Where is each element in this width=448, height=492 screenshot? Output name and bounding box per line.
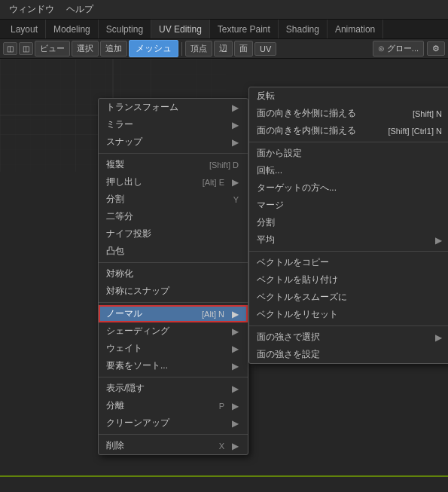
viewport: トランスフォーム ▶ ミラー ▶ スナップ ▶ 複製 [Shift] D 押し出… [0,59,448,492]
menu-item-symmetrize[interactable]: 対称化 [99,265,248,283]
toolbar-icon-2[interactable]: ◫ [19,42,33,55]
toolbar-right: ⊙ グロー... ⚙ [373,41,445,57]
arrow-icon: ▶ [232,384,239,394]
menu-item-mirror[interactable]: ミラー ▶ [99,116,248,133]
separator [99,153,248,154]
arrow-icon: ▶ [232,137,239,148]
uv-button[interactable]: UV [254,42,276,56]
separator [249,251,448,252]
vertex-button[interactable]: 頂点 [185,41,212,57]
menu-item-separate[interactable]: 分離 P ▶ [99,397,248,414]
face-button[interactable]: 面 [234,41,253,57]
submenu-item-reset-vector[interactable]: ベクトルをリセット [249,306,448,323]
tab-uv-editing[interactable]: UV Editing [151,20,210,38]
arrow-icon: ▶ [232,418,239,429]
glow-dropdown[interactable]: ⊙ グロー... [373,41,424,57]
menu-item-delete[interactable]: 削除 X ▶ [99,437,248,454]
separator [249,325,448,326]
view-button[interactable]: ビュー [35,41,70,57]
menu-item-bisect[interactable]: 二等分 [99,208,248,225]
arrow-icon: ▶ [232,120,239,130]
menu-item-weight[interactable]: ウェイト ▶ [99,340,248,357]
toolbar-icon-1[interactable]: ◫ [3,42,17,55]
menu-item-knife-project[interactable]: ナイフ投影 [99,225,248,243]
submenu-item-smooth-vector[interactable]: ベクトルをスムーズに [249,289,448,306]
separator [99,302,248,303]
menu-item-cleanup[interactable]: クリーンアップ ▶ [99,414,248,432]
arrow-icon: ▶ [232,102,239,113]
tab-shading[interactable]: Shading [279,20,328,38]
menu-item-transform[interactable]: トランスフォーム ▶ [99,99,248,116]
submenu-item-paste-vector[interactable]: ベクトルを貼り付け [249,271,448,289]
arrow-icon: ▶ [232,309,239,319]
ground-line [0,475,448,477]
submenu-item-flip[interactable]: 反転 [249,87,448,105]
edge-button[interactable]: 辺 [214,41,233,57]
menu-item-split[interactable]: 分割 Y [99,191,248,208]
submenu-item-average[interactable]: 平均 ▶ [249,231,448,249]
separator [249,142,448,142]
window-menu-item[interactable]: ウィンドウ [3,2,60,17]
submenu-item-copy-vector[interactable]: ベクトルをコピー [249,254,448,271]
workspace-tabs: Layout Modeling Sculpting UV Editing Tex… [0,20,448,39]
normal-submenu: 反転 面の向きを外側に揃える [Shift] N 面の向きを内側に揃える [Sh… [248,87,448,364]
submenu-item-set-from-faces[interactable]: 面から設定 [249,145,448,162]
menu-item-duplicate[interactable]: 複製 [Shift] D [99,156,248,173]
arrow-icon: ▶ [232,401,239,411]
menu-item-show-hide[interactable]: 表示/隠す ▶ [99,380,248,397]
submenu-item-set-strength[interactable]: 面の強さを設定 [249,346,448,363]
separator [99,262,248,263]
separator [99,434,248,435]
tab-sculpting[interactable]: Sculpting [99,20,151,38]
submenu-item-recalc-inside[interactable]: 面の向きを内側に揃える [Shift] [Ctrl1] N [249,122,448,139]
select-button[interactable]: 選択 [72,41,99,57]
mesh-dropdown-menu: トランスフォーム ▶ ミラー ▶ スナップ ▶ 複製 [Shift] D 押し出… [98,98,248,455]
menu-item-normal[interactable]: ノーマル [Alt] N ▶ 反転 面の向きを外側に揃える [Shift] N [99,305,248,322]
menu-item-snap-symmetry[interactable]: 対称にスナップ [99,283,248,300]
submenu-item-recalc-outside[interactable]: 面の向きを外側に揃える [Shift] N [249,105,448,122]
arrow-icon: ▶ [232,177,239,188]
menu-item-snap[interactable]: スナップ ▶ [99,133,248,151]
tab-texture-paint[interactable]: Texture Paint [210,20,279,38]
separator-1 [181,42,182,56]
submenu-item-select-by-strength[interactable]: 面の強さで選択 ▶ [249,329,448,346]
menu-item-sort-elements[interactable]: 要素をソート... ▶ [99,357,248,374]
add-button[interactable]: 追加 [100,41,127,57]
tab-modeling[interactable]: Modeling [46,20,99,38]
arrow-icon: ▶ [232,361,239,371]
arrow-icon: ▶ [232,326,239,337]
arrow-icon: ▶ [232,344,239,354]
viewport-toolbar: ◫ ◫ ビュー 選択 追加 メッシュ 頂点 辺 面 UV ⊙ グロー... ⚙ [0,39,448,59]
top-menubar: ウィンドウ ヘルプ [0,0,448,20]
submenu-item-merge[interactable]: マージ [249,197,448,214]
submenu-item-point-to-target[interactable]: ターゲットの方へ... [249,179,448,197]
arrow-icon: ▶ [435,235,442,246]
settings-btn[interactable]: ⚙ [427,41,445,56]
tab-animation[interactable]: Animation [328,20,383,38]
mesh-button[interactable]: メッシュ [129,40,178,57]
menu-item-convex-hull[interactable]: 凸包 [99,243,248,260]
arrow-icon: ▶ [232,441,239,451]
menu-item-extrude[interactable]: 押し出し [Alt] E ▶ [99,173,248,191]
separator [99,377,248,377]
menu-item-shading[interactable]: シェーディング ▶ [99,322,248,340]
arrow-icon: ▶ [435,332,442,343]
tab-layout[interactable]: Layout [3,20,46,38]
help-menu-item[interactable]: ヘルプ [60,2,99,17]
submenu-item-rotate[interactable]: 回転... [249,162,448,179]
submenu-item-split[interactable]: 分割 [249,214,448,231]
